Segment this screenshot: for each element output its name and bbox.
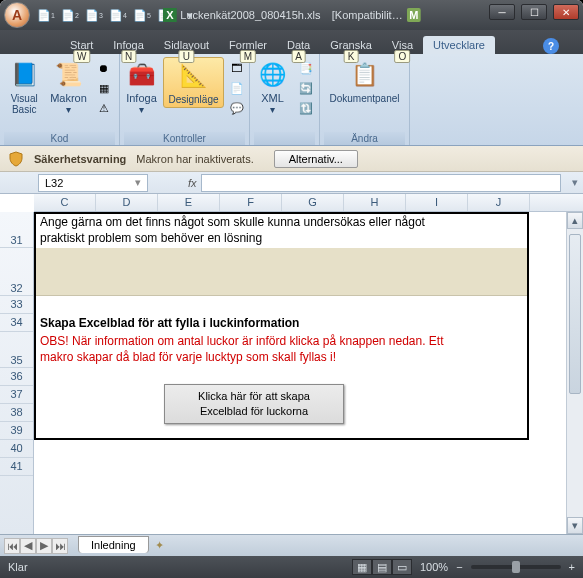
record-macro-button[interactable]: ⏺ — [93, 59, 115, 77]
col-h[interactable]: H — [344, 194, 406, 211]
titlebar: A 📄1 📄2 📄3 📄4 📄5 📄6 ▾ X Luckenkät2008_08… — [0, 0, 583, 30]
run-dialog-button[interactable]: 💬 — [226, 99, 248, 117]
beige-input-area[interactable] — [36, 248, 527, 296]
macro-security-button[interactable]: ⚠ — [93, 99, 115, 117]
cell-text-34: Skapa Excelblad för att fylla i luckinfo… — [40, 316, 299, 330]
close-button[interactable]: ✕ — [553, 4, 579, 20]
fx-icon[interactable]: fx — [188, 177, 197, 189]
qat-1[interactable]: 📄1 — [36, 5, 56, 25]
row-36[interactable]: 36 — [0, 368, 33, 386]
col-i[interactable]: I — [406, 194, 468, 211]
worksheet-area: C D E F G H I J 31 32 33 34 35 36 37 38 … — [0, 194, 583, 534]
zoom-out-button[interactable]: − — [456, 561, 462, 573]
office-button[interactable]: A — [4, 2, 30, 28]
row-33[interactable]: 33 — [0, 296, 33, 314]
tab-granska[interactable]: GranskaK — [320, 36, 382, 54]
col-j[interactable]: J — [468, 194, 530, 211]
excel-window: A 📄1 📄2 📄3 📄4 📄5 📄6 ▾ X Luckenkät2008_08… — [0, 0, 583, 578]
qat-4[interactable]: 📄4 — [108, 5, 128, 25]
group-andra: 📋 Dokumentpanel Ändra — [320, 54, 410, 145]
security-icon: ⚠ — [96, 100, 112, 116]
makron-button[interactable]: 📜 Makron▾ — [46, 57, 91, 117]
tab-formler[interactable]: FormlerM — [219, 36, 277, 54]
cell-text-35a: OBS! När information om antal luckor är … — [40, 334, 444, 348]
sheet-tab-inledning[interactable]: Inledning — [78, 536, 149, 553]
cell-text-35b: makro skapar då blad för varje lucktyp s… — [40, 350, 336, 364]
col-f[interactable]: F — [220, 194, 282, 211]
zoom-slider[interactable] — [471, 565, 561, 569]
tab-nav-first[interactable]: ⏮ — [4, 538, 20, 554]
tab-start[interactable]: StartW — [60, 36, 103, 54]
tab-nav-prev[interactable]: ◀ — [20, 538, 36, 554]
security-message: Makron har inaktiverats. — [136, 153, 253, 165]
tab-data[interactable]: DataA — [277, 36, 320, 54]
vertical-scrollbar[interactable]: ▴ ▾ — [566, 212, 583, 534]
row-39[interactable]: 39 — [0, 422, 33, 440]
infoga-control-button[interactable]: 🧰 Infoga▾ — [121, 57, 161, 117]
scroll-down-button[interactable]: ▾ — [567, 517, 583, 534]
col-c[interactable]: C — [34, 194, 96, 211]
code-icon: 📄 — [229, 80, 245, 96]
view-layout-button[interactable]: ▤ — [372, 559, 392, 575]
row-37[interactable]: 37 — [0, 386, 33, 404]
zoom-in-button[interactable]: + — [569, 561, 575, 573]
qat-5[interactable]: 📄5 — [132, 5, 152, 25]
col-g[interactable]: G — [282, 194, 344, 211]
tab-sidlayout[interactable]: SidlayoutU — [154, 36, 219, 54]
ribbon: 📘 Visual Basic 📜 Makron▾ ⏺ ▦ ⚠ Kod 🧰 — [0, 54, 583, 146]
zoom-level[interactable]: 100% — [420, 561, 448, 573]
tab-nav-next[interactable]: ▶ — [36, 538, 52, 554]
maximize-button[interactable]: ☐ — [521, 4, 547, 20]
view-pagebreak-button[interactable]: ▭ — [392, 559, 412, 575]
row-35[interactable]: 35 — [0, 332, 33, 368]
tab-visa[interactable]: VisaO — [382, 36, 423, 54]
docpanel-icon: 📋 — [348, 59, 380, 91]
dokumentpanel-button[interactable]: 📋 Dokumentpanel — [325, 57, 403, 106]
xml-button[interactable]: 🌐 XML▾ — [253, 57, 293, 117]
row-32[interactable]: 32 — [0, 248, 33, 296]
qat-3[interactable]: 📄3 — [84, 5, 104, 25]
scroll-up-button[interactable]: ▴ — [567, 212, 583, 229]
new-sheet-button[interactable]: ✦ — [155, 539, 164, 552]
col-d[interactable]: D — [96, 194, 158, 211]
tab-nav-last[interactable]: ⏭ — [52, 538, 68, 554]
xml-expand-button[interactable]: 🔄 — [295, 79, 317, 97]
view-code-button[interactable]: 📄 — [226, 79, 248, 97]
sheet-tab-bar: ⏮ ◀ ▶ ⏭ Inledning ✦ — [0, 534, 583, 556]
row-34[interactable]: 34 — [0, 314, 33, 332]
formula-expand-button[interactable]: ▾ — [567, 176, 583, 189]
name-box[interactable]: L32▾ — [38, 174, 148, 192]
cell-text-31a: Ange gärna om det finns något som skulle… — [40, 215, 425, 229]
qat-2[interactable]: 📄2 — [60, 5, 80, 25]
row-headers: 31 32 33 34 35 36 37 38 39 40 41 — [0, 212, 34, 534]
window-title: X Luckenkät2008_080415h.xls [Kompatibili… — [162, 8, 420, 22]
column-headers: C D E F G H I J — [34, 194, 583, 212]
scroll-thumb[interactable] — [569, 234, 581, 394]
row-40[interactable]: 40 — [0, 440, 33, 458]
svg-text:M: M — [409, 9, 418, 21]
tab-infoga[interactable]: InfogaN — [103, 36, 154, 54]
col-e[interactable]: E — [158, 194, 220, 211]
security-options-button[interactable]: Alternativ... — [274, 150, 358, 168]
macros-icon: 📜 — [53, 59, 85, 91]
designlage-button[interactable]: 📐 Designläge — [163, 57, 223, 108]
help-icon[interactable]: ? — [543, 38, 559, 54]
minimize-button[interactable]: ─ — [489, 4, 515, 20]
ribbon-tabs: StartW InfogaN SidlayoutU FormlerM DataA… — [0, 30, 583, 54]
vb-icon: 📘 — [8, 59, 40, 91]
row-31[interactable]: 31 — [0, 212, 33, 248]
shield-icon — [8, 151, 24, 167]
security-title: Säkerhetsvarning — [34, 153, 126, 165]
create-sheets-macro-button[interactable]: Klicka här för att skapaExcelblad för lu… — [164, 384, 344, 424]
view-normal-button[interactable]: ▦ — [352, 559, 372, 575]
formula-bar-row: L32▾ fx ▾ — [0, 172, 583, 194]
cell-grid[interactable]: Ange gärna om det finns något som skulle… — [34, 212, 583, 534]
use-relative-refs-button[interactable]: ▦ — [93, 79, 115, 97]
tab-utvecklare[interactable]: Utvecklare — [423, 36, 495, 54]
formula-bar[interactable] — [201, 174, 561, 192]
status-ready: Klar — [8, 561, 28, 573]
visual-basic-button[interactable]: 📘 Visual Basic — [4, 57, 44, 117]
xml-refresh-button[interactable]: 🔃 — [295, 99, 317, 117]
row-38[interactable]: 38 — [0, 404, 33, 422]
row-41[interactable]: 41 — [0, 458, 33, 476]
